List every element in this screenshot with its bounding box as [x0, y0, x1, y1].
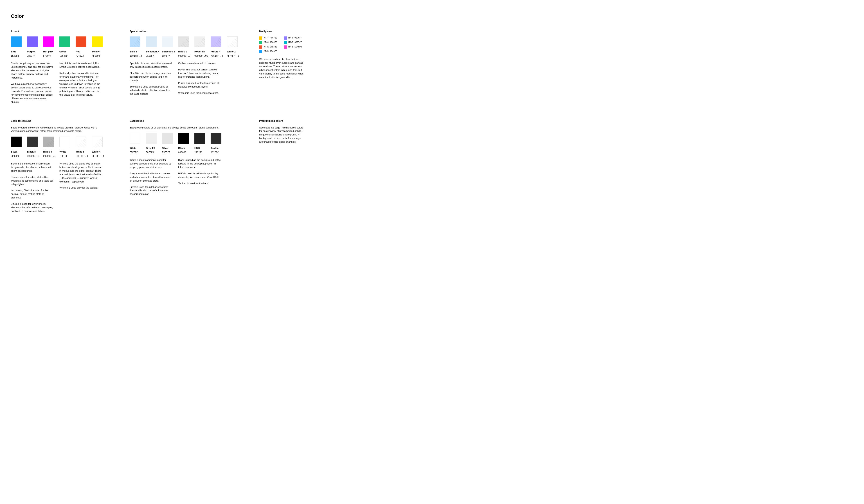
color-swatch: Hot pinkFF00FF: [43, 36, 54, 58]
color-swatch: YellowFFEB00: [92, 36, 103, 58]
swatch-name: Blue 3: [130, 50, 141, 53]
section-title: Background: [130, 119, 259, 123]
chip-label: MP-T 00B5CE: [288, 41, 302, 44]
swatch-chip: [75, 136, 86, 147]
paragraph: Blue 3 is used for text range selection …: [130, 72, 173, 82]
color-swatch: Selection ADAEBF7: [146, 36, 157, 58]
swatch-code: 000000: [178, 151, 189, 154]
swatch-chip: [43, 36, 54, 47]
color-swatch: HUD222222: [194, 133, 205, 154]
swatch-chip: [92, 136, 103, 147]
paragraph: White is used the same way as black but …: [59, 162, 103, 184]
paragraph: Selection is used as background of selec…: [130, 85, 173, 96]
swatch-name: Green: [59, 50, 70, 53]
swatch-name: Yellow: [92, 50, 103, 53]
chip-label: MP-R EF5533: [264, 46, 277, 48]
swatch-chip: [27, 136, 38, 147]
color-swatch: Black 1000000 .1: [178, 36, 189, 58]
swatch-chip: [284, 41, 287, 44]
paragraph: Black 8 is the most commonly used foregr…: [11, 162, 54, 173]
swatch-chip: [27, 36, 38, 47]
section-title: Premultiplied colors: [259, 119, 313, 123]
color-swatch: Grey F0F0F0F0: [146, 133, 157, 154]
swatch-code: FFFFFF .4: [92, 155, 103, 158]
swatch-code: 000000: [11, 155, 22, 158]
swatch-code: 000000 .06: [194, 55, 205, 58]
swatch-name: Hot pink: [43, 50, 54, 53]
section-title: Special colors: [130, 30, 259, 33]
swatch-name: Black: [11, 150, 22, 154]
swatch-code: 222222: [194, 151, 205, 154]
swatch-name: Purple: [27, 50, 38, 53]
paragraph: Blue is our primary accent color. We use…: [11, 62, 54, 80]
paragraph: See separate page "Premultiplied colors"…: [259, 126, 304, 144]
paragraph: Silver is used for sidebar separator lin…: [130, 185, 173, 196]
swatch-name: Blue: [11, 50, 22, 53]
paragraph: We have a number of colors that are used…: [259, 58, 304, 79]
row-bottom: Basic foreground Basic foreground colors…: [11, 119, 853, 216]
swatch-code: FFEB00: [92, 55, 103, 58]
swatch-chip: [59, 136, 70, 147]
color-swatch: Hover fill000000 .06: [194, 36, 205, 58]
row-top: Accent Blue18A0FBPurple7B61FFHot pinkFF0…: [11, 30, 853, 107]
swatch-chip: [162, 36, 173, 47]
section-foreground: Basic foreground Basic foreground colors…: [11, 119, 130, 216]
color-swatch: RedF24822: [75, 36, 86, 58]
swatch-name: White 2: [227, 50, 238, 53]
swatch-chip: [178, 36, 189, 47]
chip-label: MP-G 1BC47D: [264, 41, 277, 44]
swatch-name: Black 8: [27, 150, 38, 154]
swatch-code: FFFFFF: [130, 151, 141, 154]
paragraph: We have a number of secondary accent col…: [11, 82, 54, 104]
swatch-chip: [92, 36, 103, 47]
paragraph: Red and yellow are used to indicate erro…: [59, 72, 103, 97]
swatch-chip: [259, 50, 262, 53]
multiplayer-chip: MP-Y FFC700: [259, 36, 281, 40]
swatch-chip: [227, 36, 238, 47]
intro-text: Background colors of UI elements are alw…: [130, 126, 219, 130]
multiplayer-chip: MP-R EF5533: [259, 46, 281, 49]
swatch-name: Black: [178, 146, 189, 150]
paragraph: White 2 is used for menu separators.: [178, 91, 221, 95]
color-swatch: Black000000: [11, 136, 22, 158]
swatch-code: E5E5E5: [162, 151, 173, 154]
color-swatch: White 8FFFFFF .8: [75, 136, 86, 158]
color-swatch: Black 8000000 .8: [27, 136, 38, 158]
swatch-code: 18A0FB: [11, 55, 22, 58]
paragraph: Toolbar is used for toolbars.: [178, 182, 221, 185]
swatch-chip: [43, 136, 54, 147]
multiplayer-chip: MP-P 907CFF: [284, 36, 305, 40]
swatch-chip: [11, 136, 22, 147]
color-swatch: Green1BC47D: [59, 36, 70, 58]
swatch-code: 000000 .8: [27, 155, 38, 158]
section-special: Special colors Blue 31891FB .3Selection …: [130, 30, 259, 107]
section-accent: Accent Blue18A0FBPurple7B61FFHot pinkFF0…: [11, 30, 130, 107]
section-multiplayer: Multiplayer MP-Y FFC700MP-P 907CFFMP-G 1…: [259, 30, 313, 107]
color-swatch: Purple 47B61FF .4: [211, 36, 221, 58]
swatch-chip: [211, 133, 221, 144]
swatch-code: DAEBF7: [146, 55, 157, 58]
paragraph: White 8 is used only for the toolbar.: [59, 186, 103, 190]
swatch-name: White 4: [92, 150, 103, 154]
swatch-code: 000000 .1: [178, 55, 189, 58]
swatch-code: EDF5FA: [162, 55, 173, 58]
chip-label: MP-Y FFC700: [264, 36, 277, 39]
swatch-code: 1891FB .3: [130, 55, 141, 58]
swatch-code: FFFFFF: [59, 155, 70, 158]
paragraph: White is most commonly used for positive…: [130, 158, 173, 169]
color-swatch: White 2FFFFFF .2: [227, 36, 238, 58]
swatch-code: 2C2C2C: [211, 151, 221, 154]
swatch-chip: [284, 46, 287, 49]
paragraph: Grey is used behind buttons, controls an…: [130, 172, 173, 183]
color-swatch: White 4FFFFFF .4: [92, 136, 103, 158]
swatch-code: FFFFFF .8: [75, 155, 86, 158]
swatch-name: White: [130, 146, 141, 150]
swatch-chip: [259, 41, 262, 44]
color-swatch: Toolbar2C2C2C: [211, 133, 221, 154]
swatch-chip: [194, 36, 205, 47]
swatch-code: F24822: [75, 55, 86, 58]
swatch-name: Purple 4: [211, 50, 221, 53]
swatch-name: White: [59, 150, 70, 154]
swatch-name: Toolbar: [211, 146, 221, 150]
swatch-chip: [284, 36, 287, 40]
